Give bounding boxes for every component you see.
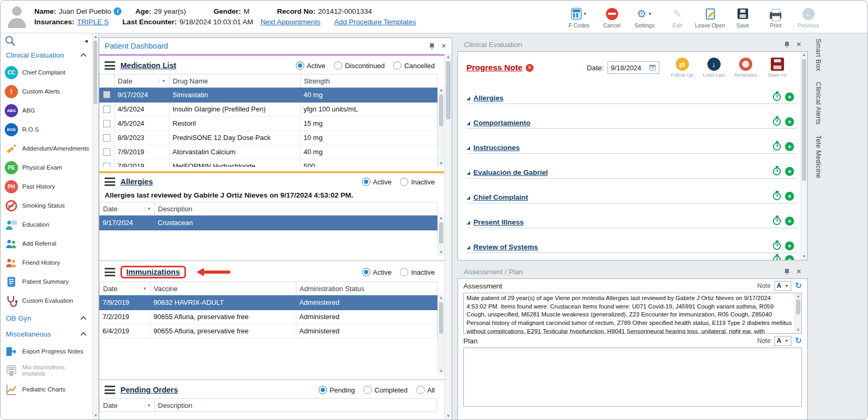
add-icon[interactable]: + bbox=[785, 142, 794, 151]
filter-active[interactable]: Active bbox=[296, 61, 325, 70]
row-checkbox[interactable] bbox=[103, 120, 110, 127]
pin-icon[interactable] bbox=[784, 41, 790, 48]
f-codes-button[interactable]: ▼ F Codes bbox=[564, 7, 594, 29]
scroll-up-icon[interactable]: ▲ bbox=[439, 88, 443, 93]
clinical-evaluation-scrollbar[interactable]: ▲ ▼ bbox=[800, 52, 807, 260]
scroll-down-icon[interactable]: ▼ bbox=[94, 413, 98, 418]
scroll-down-icon[interactable]: ▼ bbox=[796, 328, 800, 333]
filter-discontinued[interactable]: Discontinued bbox=[334, 61, 385, 70]
stopwatch-icon[interactable] bbox=[773, 217, 781, 225]
close-icon[interactable]: ✕ bbox=[796, 41, 801, 48]
scroll-thumb[interactable] bbox=[446, 61, 451, 119]
collapse-triangle-icon[interactable] bbox=[466, 122, 470, 125]
add-icon[interactable]: + bbox=[785, 217, 794, 226]
note-section-evaluacion-de-gabriel[interactable]: Evaluación de Gabriel + bbox=[466, 154, 797, 179]
stopwatch-icon[interactable] bbox=[773, 256, 781, 260]
medication-scrollbar[interactable]: ▲ ▼ bbox=[437, 87, 444, 167]
scroll-thumb[interactable] bbox=[439, 222, 443, 244]
edit-button[interactable]: ✎ Edit bbox=[662, 7, 692, 29]
vaccine-column-header[interactable]: Vaccine bbox=[151, 282, 296, 295]
collapse-triangle-icon[interactable] bbox=[466, 221, 470, 225]
add-icon[interactable]: + bbox=[785, 92, 794, 101]
note-section-chief-complaint[interactable]: Chief Complaint + bbox=[466, 179, 797, 203]
date-column-header[interactable]: Date▼ bbox=[100, 202, 155, 216]
tab-tele-medicine[interactable]: Tele Medicine bbox=[815, 135, 822, 179]
search-pin-icon[interactable] bbox=[4, 34, 17, 48]
sidebar-item-addendum-amendments[interactable]: Addendum/Amendments bbox=[1, 139, 92, 158]
menu-icon[interactable] bbox=[105, 61, 115, 70]
sidebar-item-physical-exam[interactable]: PE Physical Exam bbox=[1, 158, 92, 177]
scroll-up-icon[interactable]: ▲ bbox=[802, 52, 806, 58]
collapse-triangle-icon[interactable] bbox=[466, 146, 470, 150]
menu-icon[interactable] bbox=[105, 178, 115, 186]
tab-clinical-alerts[interactable]: Clinical Alerts bbox=[815, 82, 822, 125]
filter-inactive[interactable]: Inactive bbox=[400, 268, 435, 276]
administration-status-column-header[interactable]: Administration Status bbox=[296, 282, 437, 295]
add-icon[interactable]: + bbox=[785, 167, 794, 176]
refresh-icon[interactable]: ↻ bbox=[795, 337, 802, 345]
immunizations-scrollbar[interactable]: ▲ ▼ bbox=[437, 295, 444, 375]
add-icon[interactable]: + bbox=[785, 117, 794, 126]
stopwatch-icon[interactable] bbox=[773, 93, 781, 101]
scroll-down-icon[interactable]: ▼ bbox=[439, 161, 443, 166]
scroll-thumb[interactable] bbox=[439, 95, 443, 126]
sidebar-item-abg[interactable]: ABG ABG bbox=[1, 101, 92, 120]
scroll-down-icon[interactable]: ▼ bbox=[439, 369, 443, 374]
note-section-instrucciones[interactable]: Instrucciones + bbox=[466, 129, 797, 154]
sidebar-item-friend-history[interactable]: Friend History bbox=[1, 253, 92, 272]
scroll-up-icon[interactable]: ▲ bbox=[439, 295, 443, 301]
sidebar-item-export-progress-notes[interactable]: Export Progress Notes bbox=[1, 342, 92, 361]
strength-column-header[interactable]: Strength bbox=[301, 74, 437, 88]
filter-dropdown-icon[interactable]: ▼ bbox=[144, 207, 151, 211]
stopwatch-icon[interactable] bbox=[773, 192, 781, 200]
pending-orders-title[interactable]: Pending Orders bbox=[120, 386, 178, 394]
date-input[interactable]: 9/18/2024 bbox=[608, 61, 659, 74]
row-checkbox[interactable] bbox=[103, 148, 110, 156]
collapse-triangle-icon[interactable] bbox=[466, 97, 470, 100]
add-icon[interactable]: + bbox=[785, 241, 794, 250]
add-icon[interactable]: + bbox=[785, 192, 794, 201]
scroll-down-icon[interactable]: ▼ bbox=[439, 250, 443, 255]
filter-completed[interactable]: Completed bbox=[363, 386, 408, 394]
collapse-triangle-icon[interactable] bbox=[466, 171, 470, 175]
filter-active[interactable]: Active bbox=[362, 268, 391, 276]
sidebar-item-custom-alerts[interactable]: ! Custom Alerts bbox=[1, 82, 92, 101]
filter-pending[interactable]: Pending bbox=[319, 386, 355, 394]
row-checkbox[interactable] bbox=[103, 134, 110, 142]
save-button[interactable]: Save bbox=[728, 7, 758, 29]
sidebar-section-ob-gyn[interactable]: OB Gyn bbox=[1, 310, 92, 326]
sidebar-item-mis-dispositivos[interactable]: Mis dispositivos implanta bbox=[1, 361, 92, 380]
note-section-allergies[interactable]: Allergies + bbox=[466, 79, 797, 104]
assessment-textbox[interactable]: Male patient of 29 year(s) of age Viene … bbox=[463, 293, 802, 334]
filter-dropdown-icon[interactable]: ▼ bbox=[144, 403, 151, 408]
pin-icon[interactable] bbox=[429, 43, 435, 50]
scroll-up-icon[interactable]: ▲ bbox=[796, 294, 800, 299]
save-as-button[interactable]: Save As bbox=[763, 58, 791, 78]
scroll-up-icon[interactable]: ▲ bbox=[439, 216, 443, 221]
sidebar-item-education[interactable]: Education bbox=[1, 215, 92, 234]
immunization-row[interactable]: 6/4/201990655 Afluria, preservative free… bbox=[99, 324, 437, 338]
scroll-thumb[interactable] bbox=[94, 41, 97, 104]
drug-name-column-header[interactable]: Drug Name bbox=[170, 74, 301, 88]
insurances-link[interactable]: TRIPLE S bbox=[77, 18, 109, 26]
sidebar-item-add-referral[interactable]: Add Referral bbox=[1, 234, 92, 253]
chevron-down-icon[interactable]: ▼ bbox=[648, 12, 652, 16]
filter-dropdown-icon[interactable]: ▼ bbox=[159, 79, 166, 83]
filter-active[interactable]: Active bbox=[362, 178, 391, 186]
dashboard-scrollbar[interactable]: ▲ ▼ bbox=[444, 54, 452, 419]
sidebar-item-ros[interactable]: ROS R.O.S bbox=[1, 120, 92, 139]
sidebar-scrollbar[interactable]: ▲ ▼ bbox=[92, 33, 98, 419]
immunizations-title[interactable]: Immunizations bbox=[126, 268, 180, 276]
cancel-button[interactable]: Cancel bbox=[597, 7, 627, 29]
close-icon[interactable]: ✕ bbox=[796, 268, 801, 275]
scroll-thumb[interactable] bbox=[796, 300, 800, 314]
pin-icon[interactable] bbox=[784, 268, 790, 275]
medication-row[interactable]: 7/9/2019Atorvastatin Calcium40 mg bbox=[99, 145, 437, 159]
stopwatch-icon[interactable] bbox=[773, 118, 781, 126]
close-icon[interactable]: ✕ bbox=[441, 43, 446, 49]
medication-row[interactable]: 9/17/2024Simvastatin40 mg bbox=[99, 88, 437, 102]
templates-button[interactable]: Templates bbox=[731, 58, 760, 78]
tab-smart-box[interactable]: Smart Box bbox=[815, 39, 822, 71]
scroll-up-icon[interactable]: ▲ bbox=[446, 54, 451, 60]
sidebar-collapse-icon[interactable]: ◄ bbox=[83, 38, 89, 44]
